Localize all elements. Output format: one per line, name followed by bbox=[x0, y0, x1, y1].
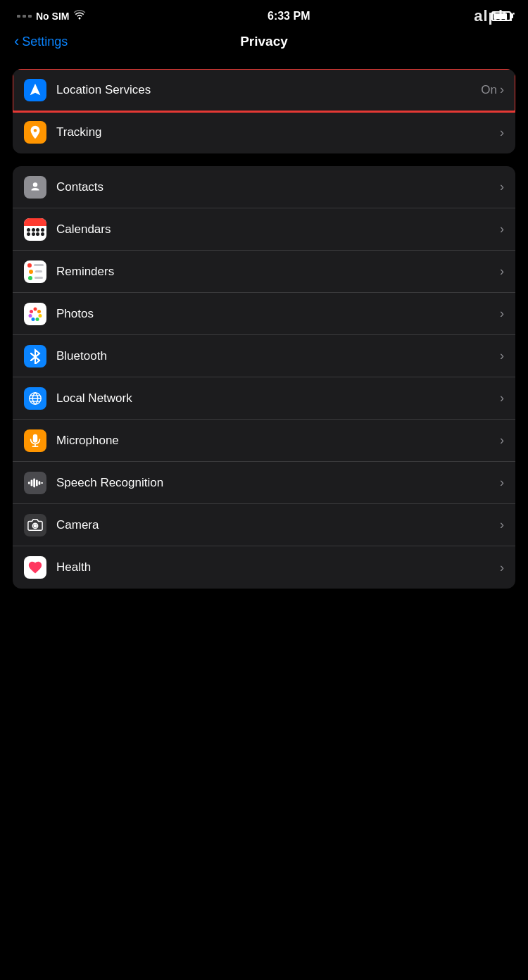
carrier-label: No SIM bbox=[36, 11, 69, 22]
speech-recognition-icon bbox=[24, 472, 46, 494]
contacts-right: › bbox=[500, 180, 504, 194]
section-top: Location Services On › Tracking › bbox=[13, 69, 515, 153]
health-icon bbox=[24, 556, 46, 579]
location-services-status: On › bbox=[481, 82, 504, 97]
camera-item[interactable]: Camera › bbox=[13, 504, 515, 546]
page-title: Privacy bbox=[240, 34, 288, 49]
nav-bar: ‹ Settings Privacy bbox=[0, 27, 528, 62]
speech-recognition-right: › bbox=[500, 475, 504, 490]
camera-right: › bbox=[500, 517, 504, 532]
svg-rect-11 bbox=[33, 434, 37, 442]
local-network-chevron: › bbox=[500, 391, 504, 406]
svg-rect-15 bbox=[31, 479, 33, 486]
bluetooth-right: › bbox=[500, 348, 504, 363]
reminders-label: Reminders bbox=[56, 265, 500, 279]
reminders-right: › bbox=[500, 264, 504, 279]
svg-point-21 bbox=[34, 524, 37, 527]
contacts-label: Contacts bbox=[56, 180, 500, 194]
calendars-icon bbox=[24, 218, 46, 241]
calendars-label: Calendars bbox=[56, 222, 500, 237]
contacts-icon bbox=[24, 176, 46, 199]
local-network-icon bbox=[24, 387, 46, 410]
speech-recognition-chevron: › bbox=[500, 475, 504, 490]
health-label: Health bbox=[56, 560, 500, 574]
microphone-right: › bbox=[500, 433, 504, 448]
location-services-status-text: On bbox=[481, 83, 497, 97]
section-apps: Contacts › Calendars › bbox=[13, 166, 515, 589]
bluetooth-chevron: › bbox=[500, 348, 504, 363]
microphone-label: Microphone bbox=[56, 434, 500, 448]
location-services-label: Location Services bbox=[56, 83, 481, 97]
calendars-right: › bbox=[500, 222, 504, 237]
svg-rect-18 bbox=[39, 481, 41, 485]
svg-point-7 bbox=[30, 310, 33, 313]
reminders-item[interactable]: Reminders › bbox=[13, 251, 515, 293]
bluetooth-item[interactable]: Bluetooth › bbox=[13, 335, 515, 377]
svg-point-0 bbox=[33, 182, 37, 187]
svg-point-3 bbox=[39, 314, 42, 318]
microphone-chevron: › bbox=[500, 433, 504, 448]
bluetooth-icon bbox=[24, 345, 46, 367]
contacts-chevron: › bbox=[500, 180, 504, 194]
location-services-item[interactable]: Location Services On › bbox=[13, 69, 515, 111]
speech-recognition-label: Speech Recognition bbox=[56, 476, 500, 490]
calendars-chevron: › bbox=[500, 222, 504, 237]
tracking-icon bbox=[24, 121, 46, 144]
status-bar: No SIM 6:33 PM bbox=[0, 0, 528, 27]
svg-point-5 bbox=[32, 318, 35, 321]
location-services-icon bbox=[24, 79, 46, 101]
camera-label: Camera bbox=[56, 518, 500, 532]
contacts-item[interactable]: Contacts › bbox=[13, 166, 515, 208]
reminders-icon bbox=[24, 260, 46, 283]
tracking-chevron: › bbox=[500, 125, 504, 140]
back-label: Settings bbox=[22, 34, 68, 49]
svg-point-1 bbox=[34, 307, 37, 310]
photos-label: Photos bbox=[56, 307, 500, 321]
microphone-item[interactable]: Microphone › bbox=[13, 420, 515, 462]
speech-recognition-item[interactable]: Speech Recognition › bbox=[13, 462, 515, 504]
alphr-logo: alphr bbox=[474, 7, 515, 25]
location-services-chevron: › bbox=[500, 82, 504, 97]
tracking-label: Tracking bbox=[56, 125, 500, 139]
photos-item[interactable]: Photos › bbox=[13, 293, 515, 335]
svg-point-4 bbox=[36, 318, 39, 321]
status-left: No SIM bbox=[17, 10, 86, 23]
bluetooth-label: Bluetooth bbox=[56, 349, 500, 363]
photos-right: › bbox=[500, 306, 504, 321]
tracking-right: › bbox=[500, 125, 504, 140]
svg-point-6 bbox=[29, 314, 32, 318]
signal-icon bbox=[17, 15, 32, 18]
wifi-icon bbox=[73, 10, 86, 23]
health-item[interactable]: Health › bbox=[13, 546, 515, 589]
microphone-icon bbox=[24, 429, 46, 452]
back-chevron-icon: ‹ bbox=[14, 32, 19, 51]
local-network-right: › bbox=[500, 391, 504, 406]
reminders-chevron: › bbox=[500, 264, 504, 279]
tracking-item[interactable]: Tracking › bbox=[13, 111, 515, 153]
back-button[interactable]: ‹ Settings bbox=[14, 32, 68, 51]
svg-rect-14 bbox=[28, 482, 30, 484]
photos-icon bbox=[24, 303, 46, 325]
svg-point-8 bbox=[33, 312, 37, 316]
photos-chevron: › bbox=[500, 306, 504, 321]
camera-chevron: › bbox=[500, 517, 504, 532]
status-time: 6:33 PM bbox=[268, 10, 310, 23]
local-network-item[interactable]: Local Network › bbox=[13, 377, 515, 420]
svg-rect-19 bbox=[41, 482, 43, 484]
svg-point-2 bbox=[37, 310, 41, 313]
svg-rect-17 bbox=[36, 479, 38, 486]
local-network-label: Local Network bbox=[56, 391, 500, 406]
svg-rect-16 bbox=[33, 478, 35, 487]
health-right: › bbox=[500, 560, 504, 575]
calendars-item[interactable]: Calendars › bbox=[13, 208, 515, 251]
health-chevron: › bbox=[500, 560, 504, 575]
camera-icon bbox=[24, 514, 46, 536]
